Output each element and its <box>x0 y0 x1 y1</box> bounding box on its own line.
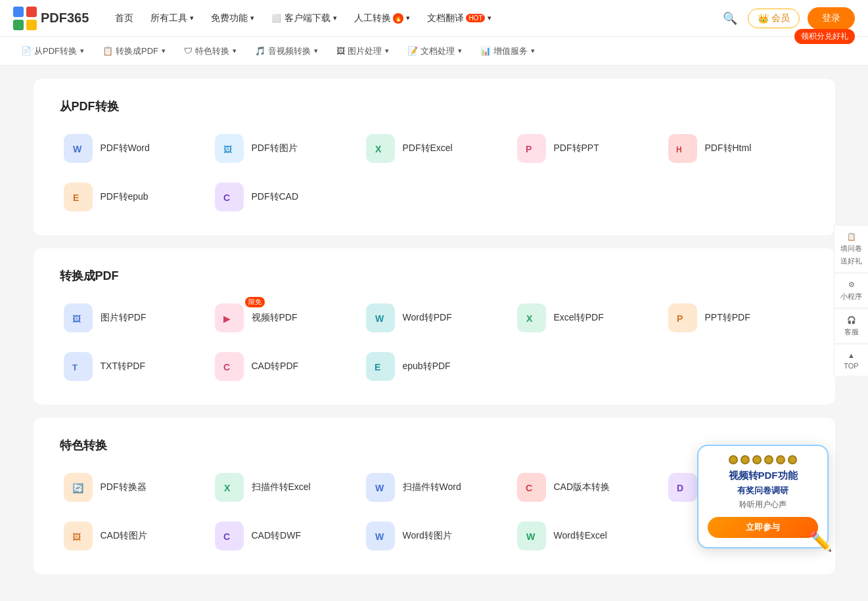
scan-to-excel-icon: X <box>215 473 244 502</box>
doc-icon: 📝 <box>407 46 418 56</box>
tool-cad-to-pdf[interactable]: C CAD转PDF <box>211 348 355 385</box>
tool-cad-to-dwf[interactable]: C CAD转DWF <box>211 518 355 554</box>
tool-video-to-pdf[interactable]: ▶ 视频转PDF 限免 <box>211 300 355 336</box>
tool-pdf-to-image[interactable]: 🖼 PDF转图片 <box>211 130 355 167</box>
cad-version-icon: C <box>517 473 546 502</box>
svg-text:W: W <box>375 313 384 324</box>
popup-desc: 聆听用户心声 <box>708 499 818 510</box>
pdf-to-image-icon: 🖼 <box>215 134 244 163</box>
chevron-icon: ▾ <box>233 47 237 55</box>
svg-text:H: H <box>676 145 682 154</box>
scan-to-word-icon: W <box>366 473 395 502</box>
chevron-icon: ▾ <box>531 47 535 55</box>
tool-epub-to-pdf[interactable]: E epub转PDF <box>362 348 507 385</box>
pdf-to-excel-icon: X <box>366 134 395 163</box>
ring-1 <box>729 455 738 464</box>
svg-text:X: X <box>526 313 533 324</box>
tool-excel-to-pdf[interactable]: X Excel转PDF <box>513 300 658 336</box>
excel-to-pdf-icon: X <box>517 303 546 332</box>
tool-scan-to-excel[interactable]: X 扫描件转Excel <box>211 469 355 506</box>
second-nav-special[interactable]: 🛡 特色转换 ▾ <box>176 41 244 61</box>
nav-manual-convert[interactable]: 人工转换 🔥 ▾ <box>348 9 417 28</box>
svg-rect-2 <box>13 20 24 30</box>
txt-to-pdf-icon: T <box>64 352 93 381</box>
login-button[interactable]: 登录 <box>808 7 855 30</box>
nav-home[interactable]: 首页 <box>108 9 140 28</box>
tool-pdf-to-word[interactable]: W PDF转Word <box>60 130 204 167</box>
crown-icon: 👑 <box>758 13 769 24</box>
tool-pdf-to-epub[interactable]: E PDF转epub <box>60 179 204 215</box>
chevron-icon: ▾ <box>314 47 318 55</box>
member-button[interactable]: 👑 会员 <box>748 9 800 28</box>
top-label: TOP <box>844 361 858 369</box>
ring-2 <box>741 455 750 464</box>
cad-to-dwf-icon: C <box>215 522 244 550</box>
tool-txt-to-pdf[interactable]: T TXT转PDF <box>60 348 204 385</box>
tool-pdf-to-excel[interactable]: X PDF转Excel <box>362 130 507 167</box>
tool-pdf-to-html[interactable]: H PDF转Html <box>664 130 809 167</box>
top-button[interactable]: ▲ TOP <box>834 344 868 376</box>
survey-icon: 📋 <box>847 232 856 240</box>
second-nav-from-pdf[interactable]: 📄 从PDF转换 ▾ <box>13 41 92 61</box>
top-arrow-icon: ▲ <box>848 351 855 359</box>
ring-4 <box>764 455 773 464</box>
fire-badge: 🔥 <box>393 13 403 24</box>
pdf-to-cad-icon: C <box>215 183 244 211</box>
tool-cad-version[interactable]: C CAD版本转换 <box>513 469 658 506</box>
second-nav-doc[interactable]: 📝 文档处理 ▾ <box>400 41 470 61</box>
tool-word-to-image[interactable]: W Word转图片 <box>362 518 507 554</box>
second-nav-value[interactable]: 📊 增值服务 ▾ <box>472 41 543 61</box>
pdf-to-html-icon: H <box>668 134 697 163</box>
chevron-icon: ▾ <box>458 47 462 55</box>
miniprogram-label: 小程序 <box>840 291 862 301</box>
image-to-pdf-icon: 🖼 <box>64 303 93 332</box>
search-button[interactable]: 🔍 <box>720 9 740 28</box>
tool-word-to-pdf[interactable]: W Word转PDF <box>362 300 507 336</box>
logo-text: PDF365 <box>41 11 89 26</box>
special-grid: 🔄 PDF转换器 X 扫描件转Excel W 扫描件转Word C <box>60 469 809 554</box>
svg-text:C: C <box>526 483 532 493</box>
tool-word-to-excel[interactable]: W Word转Excel <box>513 518 658 554</box>
second-nav-image[interactable]: 🖼 图片处理 ▾ <box>329 41 397 61</box>
service-button[interactable]: 🎧 客服 <box>834 308 868 344</box>
nav-all-tools[interactable]: 所有工具 ▾ <box>144 9 200 28</box>
top-nav: PDF365 首页 所有工具 ▾ 免费功能 ▾ ⬜ 客户端下载 ▾ 人工转换 🔥… <box>0 0 868 37</box>
svg-text:🖼: 🖼 <box>72 314 81 324</box>
tool-image-to-pdf[interactable]: 🖼 图片转PDF <box>60 300 204 336</box>
word-to-excel-icon: W <box>517 522 546 550</box>
section-to-pdf: 转换成PDF 🖼 图片转PDF ▶ 视频转PDF 限免 W Word转PDF <box>34 248 835 405</box>
nav-free-features[interactable]: 免费功能 ▾ <box>204 9 261 28</box>
chevron-icon: ▾ <box>488 14 491 22</box>
tool-pdf-converter[interactable]: 🔄 PDF转换器 <box>60 469 204 506</box>
free-label-badge: 限免 <box>245 297 265 307</box>
gift-badge[interactable]: 领积分兑好礼 <box>794 29 855 44</box>
svg-text:W: W <box>526 531 536 542</box>
word-to-image-icon: W <box>366 522 395 550</box>
svg-rect-0 <box>13 7 24 17</box>
svg-text:E: E <box>375 362 380 372</box>
tool-ppt-to-pdf[interactable]: P PPT转PDF <box>664 300 809 336</box>
popup-rings <box>708 455 818 464</box>
chevron-icon: ▾ <box>406 14 410 22</box>
nav-client-download[interactable]: ⬜ 客户端下载 ▾ <box>265 9 344 28</box>
nav-doc-translate[interactable]: 文档翻译 HOT ▾ <box>421 9 498 28</box>
tool-cad-to-image[interactable]: 🖼 CAD转图片 <box>60 518 204 554</box>
tool-pdf-to-ppt[interactable]: P PDF转PPT <box>513 130 658 167</box>
second-nav-to-pdf[interactable]: 📋 转换成PDF ▾ <box>95 41 173 61</box>
tool-pdf-to-cad[interactable]: C PDF转CAD <box>211 179 355 215</box>
miniprogram-button[interactable]: ⚙ 小程序 <box>834 273 868 308</box>
logo[interactable]: PDF365 <box>13 7 89 30</box>
word-to-pdf-icon: W <box>366 303 395 332</box>
survey-label1: 填问卷 <box>840 243 862 253</box>
popup-participate-button[interactable]: 立即参与 <box>708 517 818 538</box>
second-nav-av[interactable]: 🎵 音视频转换 ▾ <box>247 41 326 61</box>
tool-scan-to-word[interactable]: W 扫描件转Word <box>362 469 507 506</box>
svg-text:P: P <box>526 144 532 154</box>
svg-text:X: X <box>375 144 382 154</box>
svg-text:W: W <box>375 483 384 493</box>
hot-badge: HOT <box>466 14 485 22</box>
section-special-title: 特色转换 <box>60 437 809 453</box>
svg-text:P: P <box>677 313 683 324</box>
cad-to-image-icon: 🖼 <box>64 522 93 550</box>
survey-button[interactable]: 📋 填问卷 送好礼 <box>834 225 868 273</box>
